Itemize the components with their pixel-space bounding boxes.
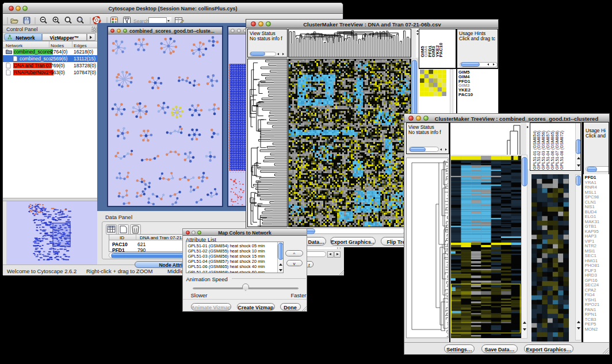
svg-text:1:1: 1:1 xyxy=(78,18,82,21)
